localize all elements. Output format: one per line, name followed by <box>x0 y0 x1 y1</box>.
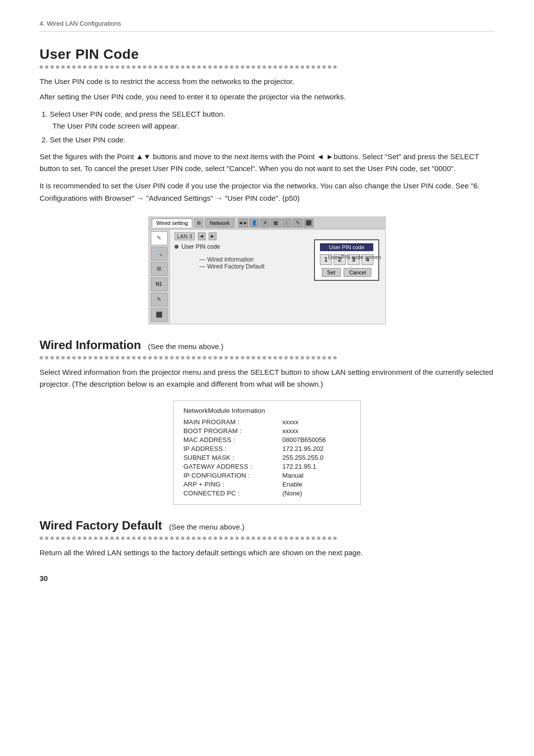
wired-factory-default-heading-row: Wired Factory Default (See the menu abov… <box>40 519 494 533</box>
info-label-8: CONNECTED PC : <box>183 489 282 497</box>
annotation-pin-screen: User PIN code screen <box>328 254 381 260</box>
lan-arrow-left[interactable]: ◄ <box>198 232 206 240</box>
page-title: User PIN Code <box>40 46 494 62</box>
wired-setting-tab[interactable]: Wired setting <box>152 219 192 227</box>
info-row-7: ARP + PING :Enable <box>183 481 351 488</box>
toolbar-icon-4[interactable]: ▦ <box>271 219 281 227</box>
info-label-6: IP CONFIGURATION : <box>183 472 282 479</box>
ui-sidebar: ✎ 🔍 ⊞ N1 ✎ ⬛ <box>149 229 170 324</box>
wired-information-heading-row: Wired Information (See the menu above.) <box>40 338 494 352</box>
user-pin-para1: The User PIN code is to restrict the acc… <box>40 76 494 88</box>
info-rows-container: MAIN PROGRAM :xxxxxBOOT PROGRAM :xxxxxMA… <box>183 418 351 497</box>
info-row-3: IP ADDRESS :172.21.95.202 <box>183 445 351 452</box>
network-tab[interactable]: Network <box>205 219 234 227</box>
toolbar-icon-6[interactable]: ✎ <box>293 219 303 227</box>
sidebar-item-2[interactable]: 🔍 <box>151 247 168 261</box>
info-label-4: SUBNET MASK : <box>183 454 282 461</box>
pin-cancel-button[interactable]: Cancel <box>344 268 371 277</box>
info-row-0: MAIN PROGRAM :xxxxx <box>183 418 351 426</box>
toolbar-icon-7[interactable]: ⬛ <box>304 219 313 227</box>
wired-factory-default-heading: Wired Factory Default <box>40 519 162 532</box>
toolbar-icons: ◄► 👤 ✕ ▦ ↕ ✎ ⬛ <box>238 219 313 227</box>
toolbar-icon-3[interactable]: ✕ <box>260 219 270 227</box>
ui-screenshot-wrapper: Wired setting ⊞ Network ◄► 👤 ✕ ▦ ↕ ✎ ⬛ ✎… <box>40 217 494 324</box>
page-number: 30 <box>40 574 494 582</box>
pin-set-button[interactable]: Set <box>322 268 341 277</box>
info-row-6: IP CONFIGURATION :Manual <box>183 472 351 479</box>
info-value-5: 172.21.95.1 <box>282 463 316 470</box>
network-info-box: NetworkModule Information MAIN PROGRAM :… <box>173 400 361 505</box>
toolbar-icon-1[interactable]: ◄► <box>238 219 248 227</box>
ui-toolbar: Wired setting ⊞ Network ◄► 👤 ✕ ▦ ↕ ✎ ⬛ <box>149 217 385 229</box>
toolbar-icon-2[interactable]: 👤 <box>249 219 259 227</box>
sidebar-item-4[interactable]: N1 <box>151 277 168 291</box>
menu-item-pin-label: User PIN code <box>181 243 220 250</box>
user-pin-intro: The User PIN code is to restrict the acc… <box>40 76 494 103</box>
user-pin-para2: After setting the User PIN code, you nee… <box>40 91 494 103</box>
box-title: NetworkModule Information <box>183 407 351 414</box>
info-row-1: BOOT PROGRAM :xxxxx <box>183 427 351 435</box>
sidebar-item-5[interactable]: ✎ <box>151 293 168 307</box>
step2: 2. Set the User PIN code. <box>42 134 494 146</box>
wired-factory-default-subtitle: (See the menu above.) <box>169 523 245 531</box>
ui-body: ✎ 🔍 ⊞ N1 ✎ ⬛ LAN 3 ◄ ► User PIN code <box>149 229 385 324</box>
wired-information-heading: Wired Information <box>40 338 141 352</box>
info-value-7: Enable <box>282 481 302 488</box>
toolbar-icon-5[interactable]: ↕ <box>282 219 292 227</box>
wired-information-subtitle: (See the menu above.) <box>148 342 223 351</box>
info-value-6: Manual <box>282 472 304 479</box>
pin-code-screen: User PIN code 1 2 3 4 Set Cancel <box>314 239 379 281</box>
menu-dot-1 <box>175 245 178 249</box>
pin-buttons: Set Cancel <box>320 268 373 277</box>
info-value-8: (None) <box>282 489 302 497</box>
info-value-2: 08007B650056 <box>282 436 326 444</box>
ui-main: LAN 3 ◄ ► User PIN code Wired informatio… <box>170 229 385 324</box>
sidebar-item-6[interactable]: ⬛ <box>151 308 168 322</box>
dots-divider-1 <box>40 65 494 69</box>
info-row-2: MAC ADDRESS :08007B650056 <box>183 436 351 444</box>
dots-divider-2 <box>40 356 494 359</box>
info-value-3: 172.21.95.202 <box>282 445 323 452</box>
user-pin-para4: It is recommended to set the User PIN co… <box>40 180 494 205</box>
pin-screen-title: User PIN code <box>320 243 373 251</box>
info-value-0: xxxxx <box>282 418 299 426</box>
lan-label: LAN 3 <box>175 232 195 240</box>
info-label-0: MAIN PROGRAM : <box>183 418 282 426</box>
info-row-4: SUBNET MASK :255.255.255.0 <box>183 454 351 461</box>
sidebar-item-1[interactable]: ✎ <box>151 231 168 245</box>
info-label-1: BOOT PROGRAM : <box>183 427 282 435</box>
user-pin-steps: 1. Select User PIN code, and press the S… <box>40 108 494 146</box>
ui-screenshot: Wired setting ⊞ Network ◄► 👤 ✕ ▦ ↕ ✎ ⬛ ✎… <box>148 217 386 324</box>
info-value-1: xxxxx <box>282 427 299 435</box>
breadcrumb: 4. Wired LAN Configurations <box>40 20 494 32</box>
step1: 1. Select User PIN code, and press the S… <box>42 108 494 132</box>
info-label-2: MAC ADDRESS : <box>183 436 282 444</box>
wired-info-para: Select Wired information from the projec… <box>40 366 494 391</box>
info-label-3: IP ADDRESS : <box>183 445 282 452</box>
info-label-5: GATEWAY ADDRESS : <box>183 463 282 470</box>
info-label-7: ARP + PING : <box>183 481 282 488</box>
dots-divider-3 <box>40 536 494 540</box>
wired-factory-para: Return all the Wired LAN settings to the… <box>40 547 494 559</box>
user-pin-para3: Set the figures with the Point ▲▼ button… <box>40 151 494 176</box>
lan-arrow-right[interactable]: ► <box>209 232 217 240</box>
info-row-8: CONNECTED PC :(None) <box>183 489 351 497</box>
info-row-5: GATEWAY ADDRESS :172.21.95.1 <box>183 463 351 470</box>
info-value-4: 255.255.255.0 <box>282 454 323 461</box>
step1a: The User PIN code screen will appear. <box>52 122 179 130</box>
toolbar-separator-icon: ⊞ <box>194 219 203 227</box>
network-info-wrapper: NetworkModule Information MAIN PROGRAM :… <box>40 400 494 505</box>
sidebar-item-3[interactable]: ⊞ <box>151 262 168 276</box>
